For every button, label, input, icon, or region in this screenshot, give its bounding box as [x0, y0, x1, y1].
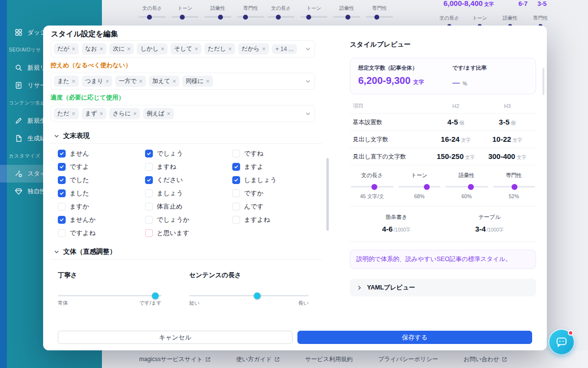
checkbox[interactable]: [232, 203, 240, 210]
checkbox[interactable]: [232, 176, 240, 184]
checkbox[interactable]: [58, 203, 66, 210]
remove-chip-icon[interactable]: ×: [133, 111, 137, 117]
remove-chip-icon[interactable]: ×: [228, 46, 232, 52]
checkbox[interactable]: [145, 176, 153, 184]
slider-track[interactable]: [204, 16, 231, 18]
slider-handle[interactable]: [180, 15, 185, 20]
slider-handle[interactable]: [243, 15, 248, 20]
slider-handle[interactable]: [147, 15, 152, 20]
slider-track[interactable]: [172, 16, 198, 18]
remove-chip-icon[interactable]: ×: [99, 46, 103, 52]
sentence-endings-header[interactable]: 文末表現: [54, 131, 90, 140]
slider-track[interactable]: [139, 16, 166, 18]
footer-link[interactable]: 使い方ガイド: [236, 355, 280, 364]
slider-handle[interactable]: [276, 15, 281, 20]
checkbox[interactable]: [145, 229, 153, 237]
remove-chip-icon[interactable]: ×: [161, 46, 164, 52]
scrollbar[interactable]: [542, 68, 544, 95]
checkbox[interactable]: [58, 150, 66, 158]
sentence-ending-option[interactable]: ますね: [145, 162, 232, 171]
sentence-ending-option[interactable]: でした: [58, 176, 145, 184]
slider-track[interactable]: [237, 16, 264, 18]
section-title: 文末表現: [63, 131, 90, 140]
remove-chip-icon[interactable]: ×: [127, 46, 130, 52]
sentence-ending-option[interactable]: でしょうか: [145, 215, 232, 224]
footer-link[interactable]: お問い合わせ: [464, 355, 507, 364]
remove-chip-icon[interactable]: ×: [139, 79, 143, 84]
checkbox[interactable]: [145, 150, 153, 158]
remove-chip-icon[interactable]: ×: [72, 111, 75, 117]
slider-track[interactable]: [366, 16, 393, 18]
slider-handle[interactable]: [152, 292, 159, 299]
conjunction-chip-input[interactable]: ただ×まず×さらに×例えば×: [50, 105, 315, 122]
remove-chip-icon[interactable]: ×: [99, 111, 103, 117]
sentence-ending-option[interactable]: ませんか: [58, 215, 145, 224]
sentence-ending-option[interactable]: しましょう: [232, 176, 319, 184]
checkbox[interactable]: [145, 203, 153, 210]
conjunction-chip-input[interactable]: だが×なお×次に×しかし×そして×ただし×だから×+ 14 ...: [50, 40, 315, 57]
slider-track[interactable]: [58, 295, 162, 296]
sentence-ending-option[interactable]: ません: [58, 149, 145, 158]
remove-chip-icon[interactable]: ×: [195, 46, 198, 52]
checkbox[interactable]: [58, 229, 66, 237]
cancel-button[interactable]: キャンセル: [58, 331, 293, 344]
slider-handle[interactable]: [345, 15, 350, 20]
checkbox[interactable]: [232, 163, 240, 171]
sentence-ending-option[interactable]: んです: [232, 202, 319, 211]
slider-label: 文の長さ: [139, 5, 166, 12]
value: 4-5: [447, 118, 458, 126]
slider-handle[interactable]: [218, 15, 223, 20]
sentence-ending-option[interactable]: ますよね: [232, 215, 319, 224]
checkbox[interactable]: [58, 216, 66, 224]
checkbox[interactable]: [58, 163, 66, 171]
sentence-ending-option[interactable]: 体言止め: [145, 202, 232, 211]
remove-chip-icon[interactable]: ×: [262, 46, 266, 52]
style-adjust-header[interactable]: 文体（直感調整）: [54, 247, 116, 256]
sentence-ending-option[interactable]: ですよ: [58, 162, 145, 171]
sentence-ending-option[interactable]: と思います: [145, 229, 232, 237]
checkbox[interactable]: [145, 189, 153, 197]
expected-chars-value: 6,200-9,300 文字: [358, 75, 452, 86]
slider-track[interactable]: [189, 295, 309, 296]
slider-track[interactable]: [268, 16, 294, 18]
chevron-down-icon[interactable]: [305, 111, 311, 116]
footer-link[interactable]: プライバシーポリシー: [378, 355, 438, 364]
save-button[interactable]: 保存する: [297, 331, 532, 344]
sentence-ending-option[interactable]: ました: [58, 189, 145, 198]
chevron-down-icon[interactable]: [305, 79, 311, 84]
checkbox[interactable]: [145, 216, 153, 224]
sentence-ending-option[interactable]: ください: [145, 176, 232, 184]
remove-chip-icon[interactable]: ×: [172, 79, 176, 84]
slider-handle[interactable]: [254, 292, 261, 299]
sentence-ending-option[interactable]: ですか: [232, 189, 319, 198]
remove-chip-icon[interactable]: ×: [72, 79, 75, 84]
remove-chip-icon[interactable]: ×: [72, 46, 75, 52]
sentence-ending-option[interactable]: ですよね: [58, 229, 145, 237]
slider-track[interactable]: [300, 16, 327, 18]
checkbox[interactable]: [58, 176, 66, 184]
checkbox[interactable]: [145, 163, 153, 171]
remove-chip-icon[interactable]: ×: [167, 111, 171, 117]
checkbox[interactable]: [232, 150, 240, 158]
footer-link[interactable]: サービス利用規約: [305, 355, 353, 364]
footer-link[interactable]: magicssサービスサイト: [139, 355, 211, 364]
checkbox[interactable]: [232, 189, 240, 197]
sentence-ending-option[interactable]: ですね: [232, 149, 319, 158]
chevron-down-icon[interactable]: [305, 46, 311, 52]
slider-handle[interactable]: [306, 15, 311, 20]
slider-track[interactable]: [333, 16, 360, 18]
checkbox[interactable]: [232, 216, 240, 224]
sentence-ending-option[interactable]: ますよ: [232, 162, 319, 171]
sentence-ending-option[interactable]: ますか: [58, 202, 145, 211]
scrollbar[interactable]: [326, 158, 329, 231]
support-chat-button[interactable]: [549, 330, 574, 354]
slider-min-label: 短い: [189, 300, 199, 307]
remove-chip-icon[interactable]: ×: [105, 79, 109, 84]
checkbox[interactable]: [58, 189, 66, 197]
yaml-preview-toggle[interactable]: YAMLプレビュー: [350, 279, 536, 296]
slider-handle[interactable]: [374, 15, 379, 20]
sentence-ending-option[interactable]: ましょう: [145, 189, 232, 198]
sentence-ending-option[interactable]: でしょう: [145, 149, 232, 158]
conjunction-chip-input[interactable]: また×つまり×一方で×加えて×同様に×: [50, 73, 315, 90]
remove-chip-icon[interactable]: ×: [206, 79, 210, 84]
